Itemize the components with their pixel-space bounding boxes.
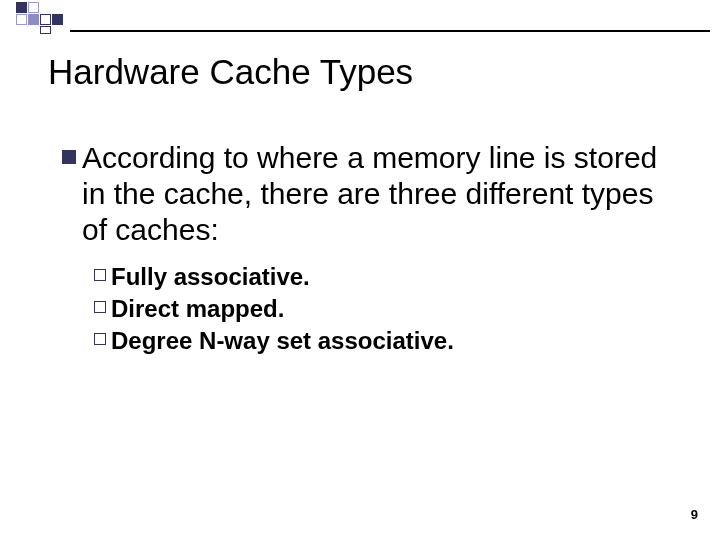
hollow-square-bullet-icon	[94, 301, 106, 313]
square-bullet-icon	[62, 150, 76, 164]
bullet-text: Direct mapped.	[111, 294, 284, 324]
hollow-square-bullet-icon	[94, 269, 106, 281]
hollow-square-bullet-icon	[94, 333, 106, 345]
bullet-text: Degree N-way set associative.	[111, 326, 454, 356]
slide-corner-decoration	[0, 0, 720, 38]
bullet-level-2: Fully associative.	[94, 262, 672, 292]
bullet-text: Fully associative.	[111, 262, 310, 292]
bullet-level-2: Direct mapped.	[94, 294, 672, 324]
bullet-text: According to where a memory line is stor…	[82, 140, 672, 248]
bullet-level-1: According to where a memory line is stor…	[62, 140, 672, 248]
bullet-level-2: Degree N-way set associative.	[94, 326, 672, 356]
page-number: 9	[691, 507, 698, 522]
slide-body: According to where a memory line is stor…	[62, 140, 672, 358]
slide-title: Hardware Cache Types	[48, 52, 413, 92]
